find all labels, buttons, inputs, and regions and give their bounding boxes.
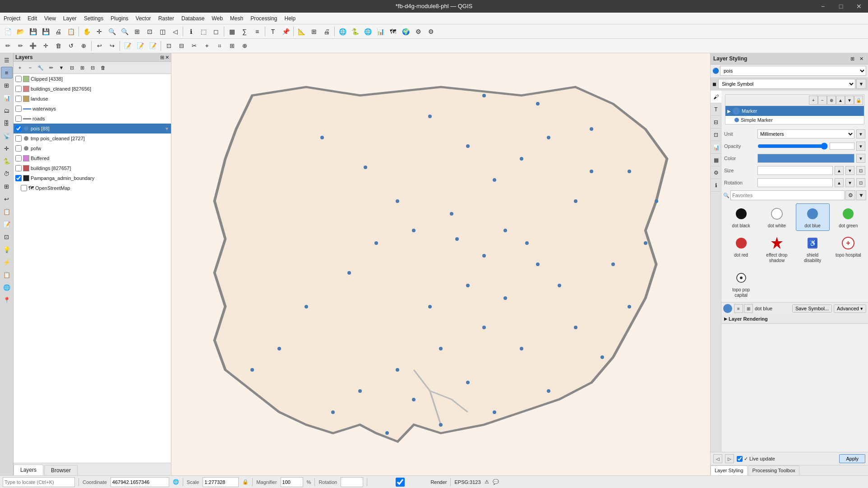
browser-tab[interactable]: Browser — [44, 465, 78, 475]
zoom-layer-button[interactable]: ⊡ — [144, 26, 156, 37]
remove-layer-btn[interactable]: − — [25, 63, 35, 73]
print-layout-button[interactable]: 🖨 — [52, 26, 64, 37]
copy-feat-button[interactable]: ⊕ — [239, 40, 250, 52]
rotation-input[interactable]: 0.00 ° — [757, 178, 833, 187]
unit-select[interactable]: Millimeters — [757, 129, 854, 138]
measure-area-button[interactable]: ⊞ — [308, 26, 320, 37]
layer-item-clipped[interactable]: Clipped [4338] — [14, 74, 171, 84]
quick-print-button[interactable]: 🖨 — [321, 26, 332, 37]
menubar-item-processing[interactable]: Processing — [247, 13, 281, 24]
layers-panel-close[interactable]: ✕ — [165, 55, 169, 60]
save-symbol-button[interactable]: Save Symbol... — [792, 304, 832, 313]
layer-diagram-button[interactable]: 📊 — [374, 26, 386, 37]
menubar-item-vector[interactable]: Vector — [132, 13, 155, 24]
render-checkbox[interactable] — [371, 478, 429, 487]
pan-map-button[interactable]: ✋ — [81, 26, 92, 37]
size-down-btn[interactable]: ▼ — [845, 166, 854, 175]
layer-item-roads[interactable]: roads — [14, 114, 171, 124]
menubar-item-plugins[interactable]: Plugins — [107, 13, 132, 24]
del-feature-button[interactable]: 🗑 — [52, 40, 64, 52]
zoom-prev-button[interactable]: ◁ — [169, 26, 181, 37]
statistics-panel-button[interactable]: 📊 — [1, 92, 13, 104]
perf-button[interactable]: ⚡ — [1, 256, 13, 268]
coords-button[interactable]: ✛ — [1, 143, 13, 154]
plugin2-button[interactable]: ⚙ — [425, 26, 437, 37]
fav-topo-pop-capital[interactable]: topo pop capital — [724, 267, 758, 300]
fav-dot-green[interactable]: dot green — [831, 203, 865, 231]
layer-rendering-section[interactable]: ▶ Layer Rendering — [721, 314, 868, 324]
layer-checkbox-osm[interactable] — [21, 185, 27, 191]
advanced-button[interactable]: Advanced ▾ — [834, 304, 866, 313]
crs-button[interactable]: 🌐 — [337, 26, 348, 37]
menubar-item-mesh[interactable]: Mesh — [226, 13, 247, 24]
open-attribute-table-button[interactable]: ▦ — [226, 26, 238, 37]
processing-toolbox-tab[interactable]: Processing Toolbox — [748, 465, 799, 475]
deselect-button[interactable]: ◻ — [210, 26, 222, 37]
overview-button[interactable]: ⊞ — [1, 79, 13, 91]
zoom-selection-button[interactable]: ◫ — [157, 26, 168, 37]
digitize2-button[interactable]: ✂ — [188, 40, 200, 52]
back-btn[interactable]: ◁ — [713, 454, 722, 463]
layer-checkbox-pampanga[interactable] — [15, 175, 22, 181]
symbol-tree-marker[interactable]: ▶ Marker — [725, 106, 864, 116]
new-project-button[interactable]: 📄 — [2, 26, 14, 37]
layer-select[interactable]: pois — [720, 66, 866, 76]
opacity-input[interactable]: 100.0 % — [830, 143, 854, 150]
right-panel-close-button[interactable]: ✕ — [857, 55, 865, 63]
map-tips-button[interactable]: 💡 — [1, 244, 13, 255]
menubar-item-database[interactable]: Database — [178, 13, 208, 24]
identify-button[interactable]: ℹ — [185, 26, 197, 37]
zoom-out-button[interactable]: 🔍 — [119, 26, 130, 37]
bsr-grid-view-btn[interactable]: ⊞ — [744, 304, 753, 313]
fav-dot-blue[interactable]: dot blue — [796, 203, 830, 231]
edit-node-button[interactable]: ✏ — [14, 40, 26, 52]
add-feature-button[interactable]: ➕ — [27, 40, 39, 52]
zoom-in-button[interactable]: 🔍 — [106, 26, 118, 37]
globe-button[interactable]: 🌐 — [362, 26, 374, 37]
data-source-button[interactable]: 🗄 — [1, 117, 13, 129]
layer-checkbox-buildings_cleaned[interactable] — [15, 86, 22, 92]
favorites-add-btn[interactable]: ▼ — [856, 190, 866, 200]
menubar-item-project[interactable]: Project — [0, 13, 24, 24]
snap-button[interactable]: ⊡ — [163, 40, 175, 52]
processing-hist-button[interactable]: ⏱ — [1, 168, 13, 180]
layer-item-buildings_cleaned[interactable]: buildings_cleaned [827656] — [14, 84, 171, 94]
close-button[interactable]: ✕ — [850, 0, 868, 13]
split-button[interactable]: ⌖ — [201, 40, 212, 52]
styling-tab-labels[interactable]: T — [711, 103, 721, 116]
layer-checkbox-pofw[interactable] — [15, 145, 22, 152]
bsr-list-view-btn[interactable]: ≡ — [734, 304, 743, 313]
open-field-calc-button[interactable]: ∑ — [239, 26, 250, 37]
size-option-btn[interactable]: ⊡ — [856, 166, 865, 175]
remove-selected-btn[interactable]: 🗑 — [98, 63, 108, 73]
rotation-input[interactable] — [341, 477, 363, 487]
maximize-button[interactable]: □ — [832, 0, 850, 13]
favorites-settings-btn[interactable]: ⚙ — [845, 190, 855, 200]
layer-checkbox-clipped[interactable] — [15, 76, 22, 82]
layer-item-waterways[interactable]: waterways — [14, 104, 171, 114]
live-update-checkbox[interactable] — [737, 456, 743, 462]
sym-tree-down-btn[interactable]: ▼ — [845, 96, 854, 105]
menubar-item-layer[interactable]: Layer — [60, 13, 80, 24]
layer-item-pampanga[interactable]: Pampanga_admin_boundary — [14, 173, 171, 183]
unit-option-btn[interactable]: ▼ — [856, 129, 865, 138]
layers-panel-toggle[interactable]: ☰ — [1, 54, 13, 66]
results-button[interactable]: 📋 — [1, 206, 13, 217]
symbol-type-select[interactable]: Single Symbol — [718, 79, 855, 89]
color-option-btn[interactable]: ▼ — [856, 154, 865, 163]
sym-tree-add-btn[interactable]: + — [809, 96, 818, 105]
rotate-button[interactable]: ↺ — [65, 40, 77, 52]
browser-panel-button[interactable]: 🗂 — [1, 105, 13, 116]
wms-button[interactable]: 🌍 — [400, 26, 411, 37]
magnifier-input[interactable] — [281, 477, 303, 487]
locate-input[interactable] — [3, 477, 75, 487]
sym-tree-dup-btn[interactable]: ⊕ — [827, 96, 836, 105]
sym-tree-up-btn[interactable]: ▲ — [836, 96, 845, 105]
rotation-up-btn[interactable]: ▲ — [835, 178, 844, 187]
add-layer-btn[interactable]: + — [15, 63, 25, 73]
layers-panel-float[interactable]: ⊞ — [160, 55, 164, 60]
open-layer-props-btn[interactable]: 🔧 — [36, 63, 46, 73]
color-swatch[interactable] — [757, 154, 854, 163]
merge-button[interactable]: ⊕ — [78, 40, 89, 52]
layer-item-pofw[interactable]: pofw — [14, 143, 171, 153]
